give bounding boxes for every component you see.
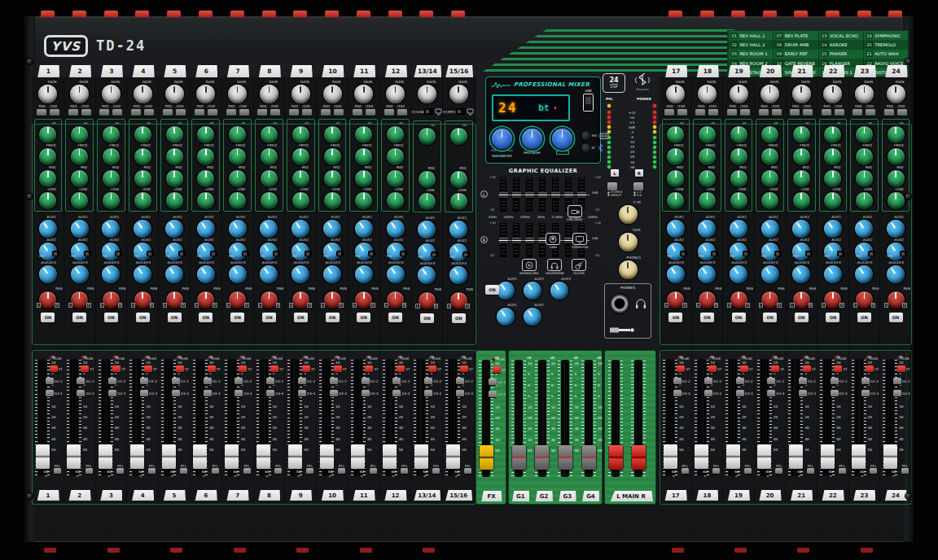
pad-button[interactable] [353,109,362,116]
pfl-button[interactable] [901,468,909,474]
aux3-fx-knob[interactable] [36,262,61,287]
eq-low-knob[interactable] [450,193,467,210]
eq-mid-freq-knob[interactable] [166,148,183,165]
group-1-2-button[interactable] [456,378,464,384]
group-1-2-button[interactable] [673,378,682,384]
channel-on-button[interactable]: ON [889,313,903,322]
eq-hi-knob[interactable] [197,126,214,143]
group-3-4-button[interactable] [46,390,54,396]
pre-switch[interactable] [838,252,844,256]
eq-mid-knob[interactable] [888,170,905,187]
eq-mid-freq-knob[interactable] [229,148,246,165]
channel-on-button[interactable]: ON [41,313,55,322]
fader-cap[interactable] [726,444,740,469]
eq-mid-knob[interactable] [824,170,841,187]
pad-button[interactable] [37,109,46,116]
group-3-4-button[interactable] [140,390,148,396]
pad-button[interactable] [321,109,331,116]
geq-slider-cap[interactable] [525,238,534,243]
group-1-2-button[interactable] [362,378,370,384]
pfl-button[interactable] [180,468,187,474]
eq-low-knob[interactable] [761,192,778,209]
channel-on-button[interactable]: ON [294,313,308,322]
eq-mid-freq-knob[interactable] [292,148,309,165]
st-assign-button[interactable] [302,365,310,372]
group-3-4-button[interactable] [362,390,370,396]
st-assign-button[interactable] [740,365,748,372]
gain-knob[interactable] [102,85,121,103]
pre-switch[interactable] [243,252,248,256]
fader-cap[interactable] [256,444,270,469]
pfl-button[interactable] [274,468,282,474]
rec-button[interactable] [581,131,590,140]
geq-band-slider[interactable] [526,223,533,257]
aux3-fx-knob[interactable] [883,262,909,287]
aux3-fx-knob[interactable] [757,262,782,287]
group-3-4-button[interactable] [704,390,712,396]
fader-cap[interactable] [582,445,596,470]
geq-band-slider[interactable] [539,223,546,257]
group-1-2-button[interactable] [799,378,807,384]
left-assign-button[interactable]: L [611,169,619,177]
pad-button[interactable] [131,109,141,116]
geq-band-slider[interactable] [552,177,559,212]
eq-mid-freq-knob[interactable] [888,148,905,165]
group-1-2-button[interactable] [234,378,243,384]
master-aux-send1-knob[interactable] [493,304,519,330]
aux3-fx-knob[interactable] [695,262,720,287]
hpf-button[interactable] [144,109,154,116]
eq-low-knob[interactable] [39,192,56,209]
hpf-button[interactable] [897,109,907,116]
st-assign-button[interactable] [208,365,216,372]
eq-hi-knob[interactable] [761,126,778,143]
fader-cap[interactable] [193,444,207,469]
hpf-button[interactable] [302,109,312,116]
fader-cap[interactable] [695,444,708,469]
gain-knob[interactable] [354,85,373,103]
geq-slider-cap[interactable] [525,192,534,198]
program-knob[interactable] [522,129,542,149]
eq-hi-knob[interactable] [71,126,88,143]
channel-on-button[interactable]: ON [230,313,244,322]
master-aux3-knob[interactable] [547,278,572,304]
eq-mid-knob[interactable] [229,170,246,187]
stereo-source-switch[interactable] [457,109,465,114]
eq-hi-knob[interactable] [166,126,183,143]
eq-mid-freq-knob[interactable] [793,148,810,165]
channel-on-button[interactable]: ON [420,313,434,323]
stereo-source-switch[interactable] [425,109,433,114]
pre-switch[interactable] [305,252,311,256]
group-1-2-button[interactable] [266,378,274,384]
eq-mid-knob[interactable] [103,170,120,187]
eq-low-knob[interactable] [793,192,810,209]
st-assign-button[interactable] [176,365,184,372]
channel-on-button[interactable]: ON [668,313,682,322]
channel-on-button[interactable]: ON [326,313,340,322]
pre-switch[interactable] [806,252,812,256]
gain-knob[interactable] [449,85,468,103]
gain-knob[interactable] [730,85,748,103]
pfl-button[interactable] [807,468,814,474]
eq-mid-freq-knob[interactable] [197,148,214,165]
group-1-2-button[interactable] [893,378,901,384]
hpf-button[interactable] [334,109,344,116]
eq-hi-knob[interactable] [793,126,810,143]
bt-button[interactable] [581,143,590,152]
group-3-4-button[interactable] [673,390,682,396]
eq-low-knob[interactable] [103,192,120,209]
channel-on-button[interactable]: ON [168,313,182,322]
pfl-button[interactable] [682,468,689,474]
geq-slider-cap[interactable] [512,192,521,198]
right-assign-button[interactable]: R [635,169,643,177]
group-1-2-button[interactable] [424,378,432,384]
group-3-4-button[interactable] [893,390,901,396]
eq-mid-knob[interactable] [450,171,467,188]
st-assign-button[interactable] [493,366,501,373]
aux3-fx-knob[interactable] [67,262,92,287]
eq-mid-freq-knob[interactable] [699,148,716,165]
usb-port[interactable] [583,94,594,112]
pre-switch[interactable] [274,252,279,256]
fader-cap[interactable] [67,444,81,469]
aux3-fx-knob[interactable] [194,262,219,287]
pad-button[interactable] [195,109,204,116]
